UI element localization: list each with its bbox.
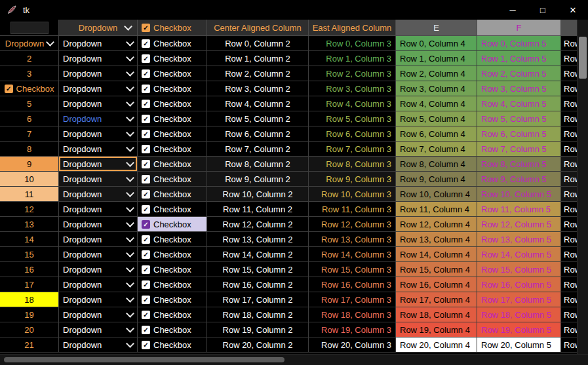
checkbox-icon[interactable]: ✓ [142,190,150,199]
center-aligned-cell[interactable]: Row 0, Column 2 [207,36,309,51]
column-g-cell[interactable]: Row 6, Column 6 [561,126,578,142]
checkbox-icon[interactable]: ✓ [142,69,150,78]
chevron-down-icon[interactable] [126,189,134,197]
row-index-cell[interactable]: 2 [0,51,59,66]
chevron-down-icon[interactable] [126,98,134,107]
checkbox-cell[interactable]: ✓ Checkbox [138,172,207,187]
header-center-aligned-column[interactable]: Center Aligned Column [207,20,309,36]
column-g-cell[interactable]: Row 0, Column 6 [561,36,578,51]
row-index-cell[interactable]: 21 [0,337,59,353]
column-f-cell[interactable]: Row 18, Column 5 [477,307,561,322]
column-e-cell[interactable]: Row 0, Column 4 [396,36,477,51]
center-aligned-cell[interactable]: Row 5, Column 2 [207,111,309,126]
east-aligned-cell[interactable]: Row 1, Column 3 [309,51,396,66]
row-index-cell[interactable]: ✓ Checkbox [0,81,59,96]
column-g-cell[interactable]: Row 9, Column 6 [561,172,578,187]
checkbox-icon[interactable]: ✓ [142,145,150,153]
chevron-down-icon[interactable] [126,279,134,288]
row-index-cell[interactable]: 17 [0,277,59,292]
minimize-button[interactable]: ─ [498,0,528,20]
dropdown-cell[interactable]: Dropdown [59,111,138,126]
column-f-cell[interactable]: Row 17, Column 5 [477,292,561,307]
column-f-cell[interactable]: Row 12, Column 5 [477,217,561,232]
center-aligned-cell[interactable]: Row 17, Column 2 [207,292,309,307]
east-aligned-cell[interactable]: Row 17, Column 3 [309,292,396,307]
column-g-cell[interactable]: Row 19, Column 6 [561,322,578,337]
dropdown-cell[interactable]: Dropdown [59,36,138,51]
east-aligned-cell[interactable]: Row 9, Column 3 [309,172,396,187]
center-aligned-cell[interactable]: Row 2, Column 2 [207,66,309,81]
checkbox-icon[interactable]: ✓ [142,100,150,108]
column-e-cell[interactable]: Row 5, Column 4 [396,111,477,126]
row-index-cell[interactable]: 11 [0,187,59,202]
east-aligned-cell[interactable]: Row 8, Column 3 [309,157,396,172]
chevron-down-icon[interactable] [46,38,54,47]
dropdown-cell[interactable]: Dropdown [59,337,138,353]
column-g-cell[interactable]: Row 12, Column 6 [561,217,578,232]
maximize-button[interactable]: □ [528,0,558,20]
column-f-cell[interactable]: Row 19, Column 5 [477,322,561,337]
header-column-e[interactable]: E [396,20,477,36]
checkbox-icon[interactable]: ✓ [142,265,150,274]
dropdown-cell[interactable]: Dropdown [59,322,138,337]
chevron-down-icon[interactable] [126,113,134,122]
vertical-scrollbar[interactable] [577,20,588,355]
east-aligned-cell[interactable]: Row 11, Column 3 [309,202,396,217]
dropdown-cell[interactable]: Dropdown [59,247,138,262]
row-index-cell[interactable]: 14 [0,232,59,247]
column-f-cell[interactable]: Row 3, Column 5 [477,81,561,96]
chevron-down-icon[interactable] [126,204,134,212]
east-aligned-cell[interactable]: Row 18, Column 3 [309,307,396,322]
column-f-cell[interactable]: Row 13, Column 5 [477,232,561,247]
horizontal-scrollbar[interactable] [0,354,588,365]
checkbox-cell[interactable]: ✓ Checkbox [138,142,207,157]
dropdown-cell[interactable]: Dropdown [59,262,138,277]
column-g-cell[interactable]: Row 5, Column 6 [561,111,578,126]
column-g-cell[interactable]: Row 10, Column 6 [561,187,578,202]
column-e-cell[interactable]: Row 20, Column 4 [396,337,477,353]
checkbox-cell[interactable]: ✓ Checkbox [138,96,207,111]
chevron-down-icon[interactable] [126,68,134,77]
checkbox-icon[interactable]: ✓ [142,250,150,259]
header-dropdown-column[interactable]: Dropdown [59,20,138,36]
checkbox-cell[interactable]: ✓ Checkbox [138,322,207,337]
checkbox-icon[interactable]: ✓ [142,85,150,93]
east-aligned-cell[interactable]: Row 12, Column 3 [309,217,396,232]
east-aligned-cell[interactable]: Row 3, Column 3 [309,81,396,96]
center-aligned-cell[interactable]: Row 12, Column 2 [207,217,309,232]
column-f-cell[interactable]: Row 10, Column 5 [477,187,561,202]
row-index-cell[interactable]: 15 [0,247,59,262]
chevron-down-icon[interactable] [126,144,134,152]
chevron-down-icon[interactable] [126,249,134,258]
checkbox-cell[interactable]: ✓ Checkbox [138,202,207,217]
checkbox-cell[interactable]: ✓ Checkbox [138,247,207,262]
row-index-cell[interactable]: 16 [0,262,59,277]
column-e-cell[interactable]: Row 15, Column 4 [396,262,477,277]
column-e-cell[interactable]: Row 13, Column 4 [396,232,477,247]
column-e-cell[interactable]: Row 14, Column 4 [396,247,477,262]
chevron-down-icon[interactable] [126,339,134,348]
checkbox-cell[interactable]: ✓ Checkbox [138,337,207,353]
column-f-cell[interactable]: Row 15, Column 5 [477,262,561,277]
chevron-down-icon[interactable] [126,159,134,167]
center-aligned-cell[interactable]: Row 8, Column 2 [207,157,309,172]
checkbox-icon[interactable]: ✓ [142,311,150,319]
checkbox-icon[interactable]: ✓ [142,54,150,63]
east-aligned-cell[interactable]: Row 10, Column 3 [309,187,396,202]
center-aligned-cell[interactable]: Row 14, Column 2 [207,247,309,262]
dropdown-cell[interactable]: Dropdown [59,126,138,142]
row-index-cell[interactable]: 9 [0,157,59,172]
header-column-f[interactable]: F [477,20,561,36]
column-g-cell[interactable]: Row 2, Column 6 [561,66,578,81]
dropdown-cell[interactable]: Dropdown [59,202,138,217]
checkbox-icon[interactable]: ✓ [5,85,13,93]
checkbox-icon[interactable]: ✓ [142,220,150,229]
column-g-cell[interactable]: Row 11, Column 6 [561,202,578,217]
center-aligned-cell[interactable]: Row 1, Column 2 [207,51,309,66]
east-aligned-cell[interactable]: Row 0, Column 3 [309,36,396,51]
column-g-cell[interactable]: Row 16, Column 6 [561,277,578,292]
row-index-cell[interactable]: 13 [0,217,59,232]
dropdown-cell[interactable]: Dropdown [59,157,138,172]
checkbox-icon[interactable]: ✓ [142,24,150,32]
checkbox-cell[interactable]: ✓ Checkbox [138,262,207,277]
